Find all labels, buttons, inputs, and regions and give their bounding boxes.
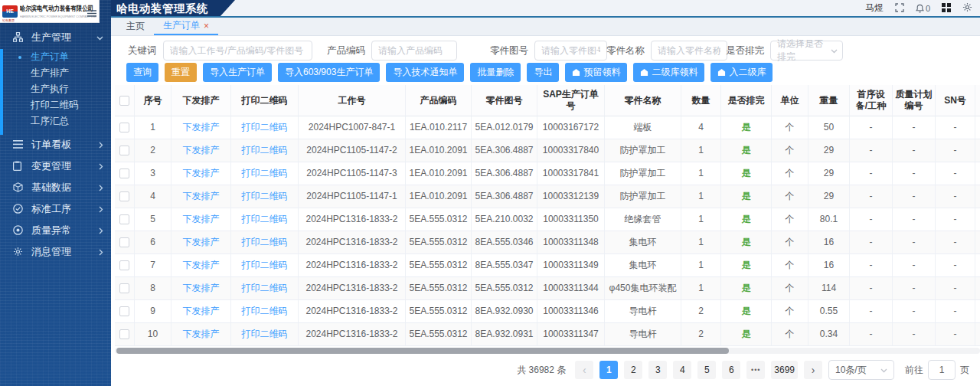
sidebar-item-生产执行[interactable]: 生产执行 xyxy=(0,81,111,97)
print-qrcode-link[interactable]: 打印二维码 xyxy=(242,145,288,156)
page-button-3[interactable]: 3 xyxy=(648,361,667,379)
page-button-6[interactable]: 6 xyxy=(722,361,740,379)
tab-主页[interactable]: 主页 xyxy=(117,18,154,35)
sidebar-group-5[interactable]: 质量异常 xyxy=(0,220,111,241)
issue-schedule-link[interactable]: 下发排产 xyxy=(183,237,220,248)
print-qrcode-link[interactable]: 打印二维码 xyxy=(242,260,288,271)
sidebar-group-3[interactable]: 基础数据 xyxy=(0,177,111,198)
sidebar-item-label: 打印二维码 xyxy=(31,99,79,112)
row-checkbox[interactable] xyxy=(119,260,129,270)
cell-work-no: 2024HPC1316-1833-2 xyxy=(305,329,397,340)
sidebar-group-6[interactable]: 消息管理 xyxy=(0,241,111,263)
prev-page-button[interactable]: ‹ xyxy=(575,361,593,379)
page-button-3699[interactable]: 3699 xyxy=(771,361,798,379)
print-qrcode-link[interactable]: 打印二维码 xyxy=(242,237,288,248)
cell-unit: 个 xyxy=(786,283,795,294)
issue-schedule-link[interactable]: 下发排产 xyxy=(183,260,220,271)
sidebar-group-1[interactable]: 订单看板 xyxy=(0,134,111,155)
row-checkbox[interactable] xyxy=(119,168,129,178)
sidebar-item-label: 生产排产 xyxy=(31,67,69,80)
issue-schedule-link[interactable]: 下发排产 xyxy=(183,306,220,317)
issue-schedule-link[interactable]: 下发排产 xyxy=(183,283,220,294)
warehouse-icon xyxy=(717,68,726,77)
settings-gear-icon[interactable] xyxy=(962,2,972,15)
user-name[interactable]: 马煜 xyxy=(865,2,884,15)
sidebar-group-4[interactable]: 标准工序 xyxy=(0,198,111,220)
button-导入603/903生产订单[interactable]: 导入603/903生产订单 xyxy=(278,63,380,82)
filter-input-零件图号[interactable] xyxy=(534,41,607,61)
row-checkbox[interactable] xyxy=(119,191,129,201)
company-name-en: HARBIN ELECTRIC POWER EQUIPMENT COMPANY … xyxy=(20,15,77,18)
filter-input-零件名称[interactable] xyxy=(651,41,727,61)
row-checkbox[interactable] xyxy=(119,237,129,247)
goto-unit: 页 xyxy=(960,364,969,377)
print-qrcode-link[interactable]: 打印二维码 xyxy=(242,214,288,225)
issue-schedule-link[interactable]: 下发排产 xyxy=(183,214,220,225)
print-qrcode-link[interactable]: 打印二维码 xyxy=(242,122,288,133)
cell-seq: 3 xyxy=(150,168,155,179)
column-header-首序设备/工种: 首序设备/工种 xyxy=(850,85,893,116)
button-查询[interactable]: 查询 xyxy=(126,63,158,82)
page-button-4[interactable]: 4 xyxy=(673,361,691,379)
horizontal-scrollbar-thumb[interactable] xyxy=(116,348,729,354)
menu-fold-icon[interactable] xyxy=(87,7,96,21)
row-checkbox[interactable] xyxy=(119,306,129,316)
button-导入技术通知单[interactable]: 导入技术通知单 xyxy=(386,63,464,82)
row-checkbox[interactable] xyxy=(119,214,129,224)
cell-unit: 个 xyxy=(786,329,795,340)
sidebar-item-打印二维码[interactable]: 打印二维码 xyxy=(0,97,111,113)
issue-schedule-link[interactable]: 下发排产 xyxy=(183,145,220,156)
table-row: 5下发排产打印二维码2024HPC1316-1833-25EA.555.0312… xyxy=(115,208,980,231)
button-重置[interactable]: 重置 xyxy=(165,63,197,82)
filter-input-产品编码[interactable] xyxy=(371,41,457,61)
page-button-2[interactable]: 2 xyxy=(624,361,642,379)
page-button-1[interactable]: 1 xyxy=(599,361,618,379)
page-size-select[interactable]: 10条/页 xyxy=(828,360,894,380)
issue-schedule-link[interactable]: 下发排产 xyxy=(183,122,220,133)
fullscreen-icon[interactable] xyxy=(895,2,904,15)
horizontal-scrollbar-track[interactable] xyxy=(115,348,980,354)
print-qrcode-link[interactable]: 打印二维码 xyxy=(242,191,288,202)
sidebar-group-0[interactable]: 生产管理 xyxy=(0,28,111,47)
cell-work-no: 2024HPC1105-1147-1 xyxy=(306,191,397,202)
issue-schedule-link[interactable]: 下发排产 xyxy=(183,168,220,179)
close-icon[interactable]: × xyxy=(204,21,209,31)
apps-grid-icon[interactable] xyxy=(942,2,951,15)
issue-schedule-link[interactable]: 下发排产 xyxy=(183,329,220,340)
button-批量删除[interactable]: 批量删除 xyxy=(470,63,521,82)
tab-生产订单[interactable]: 生产订单× xyxy=(154,18,218,35)
table-row: 7下发排产打印二维码2024HPC1316-1833-25EA.555.0312… xyxy=(115,254,980,277)
bell-count: 0 xyxy=(926,4,930,13)
issue-schedule-link[interactable]: 下发排产 xyxy=(183,191,220,202)
print-qrcode-link[interactable]: 打印二维码 xyxy=(242,168,288,179)
button-二级库领料[interactable]: 二级库领料 xyxy=(633,63,704,82)
button-导出[interactable]: 导出 xyxy=(527,63,559,82)
row-checkbox[interactable] xyxy=(119,123,129,132)
cell-scheduled: 是 xyxy=(742,122,751,133)
sidebar-item-生产订单[interactable]: 生产订单 xyxy=(0,49,111,65)
more-pages-button[interactable]: ••• xyxy=(746,361,765,379)
button-预留领料[interactable]: 预留领料 xyxy=(565,63,627,82)
print-qrcode-link[interactable]: 打印二维码 xyxy=(242,329,288,340)
column-header-SAP生产订单号: SAP生产订单号 xyxy=(537,85,605,116)
filter-input-关键词[interactable] xyxy=(163,41,312,61)
sidebar-item-生产排产[interactable]: 生产排产 xyxy=(0,65,111,81)
button-导入生产订单[interactable]: 导入生产订单 xyxy=(203,63,272,82)
button-入二级库[interactable]: 入二级库 xyxy=(710,63,773,82)
filter-select-是否排完[interactable]: 请选择是否排完 xyxy=(770,41,843,61)
next-page-button[interactable]: › xyxy=(804,361,822,379)
print-qrcode-link[interactable]: 打印二维码 xyxy=(242,283,288,294)
select-all-checkbox[interactable] xyxy=(119,96,129,106)
row-checkbox[interactable] xyxy=(119,329,129,339)
cell-part-name: 导电杆 xyxy=(629,306,657,317)
row-checkbox[interactable] xyxy=(119,146,129,155)
page-button-5[interactable]: 5 xyxy=(697,361,716,379)
sidebar-item-工序汇总[interactable]: 工序汇总 xyxy=(0,113,111,129)
sidebar-group-2[interactable]: 变更管理 xyxy=(0,155,111,177)
row-checkbox[interactable] xyxy=(119,283,129,293)
company-logo-mark: HE xyxy=(2,5,18,18)
notification-bell[interactable]: 0 xyxy=(916,4,930,13)
column-header-打印二维码: 打印二维码 xyxy=(231,85,299,116)
goto-page-input[interactable] xyxy=(928,360,956,380)
print-qrcode-link[interactable]: 打印二维码 xyxy=(242,306,288,317)
